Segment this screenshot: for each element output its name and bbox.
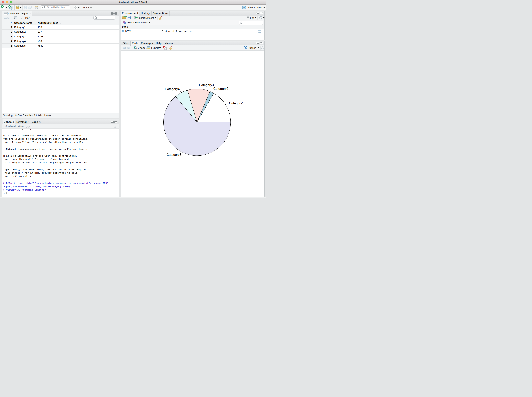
svg-text:Addins: Addins	[82, 6, 90, 9]
svg-text:R: R	[11, 7, 12, 9]
svg-text:Command Lengths: Command Lengths	[8, 12, 28, 15]
svg-text:Import Dataset: Import Dataset	[138, 16, 154, 19]
svg-text:Category1: Category1	[229, 102, 244, 105]
svg-text:Zoom: Zoom	[138, 46, 145, 49]
svg-text:List: List	[250, 16, 254, 19]
svg-text:Category4: Category4	[165, 87, 180, 91]
svg-text:r-visualization: r-visualization	[247, 6, 262, 9]
svg-text:Category.Name: Category.Name	[14, 21, 32, 24]
svg-text:Filter: Filter	[24, 16, 30, 19]
svg-text:Export: Export	[151, 46, 159, 49]
svg-text:Number.of.Times: Number.of.Times	[38, 21, 58, 24]
svg-text:Category2: Category2	[213, 87, 228, 90]
svg-text:Global Environment: Global Environment	[127, 21, 147, 24]
svg-text:Category5: Category5	[166, 153, 181, 156]
svg-text:R: R	[243, 7, 245, 9]
svg-text:Publish: Publish	[247, 46, 256, 49]
svg-text:Go to file/function: Go to file/function	[47, 6, 65, 9]
svg-text:Category3: Category3	[199, 83, 214, 87]
